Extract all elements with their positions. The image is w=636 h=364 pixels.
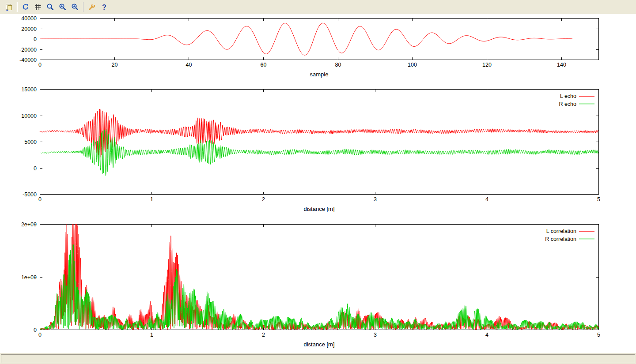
y-tick-label: 1e+09 [21, 274, 37, 281]
help-icon: ? [100, 3, 108, 11]
x-tick-label: 4 [485, 196, 488, 203]
grid-toggle-button[interactable] [32, 1, 44, 13]
legend-label: L echo [560, 93, 576, 99]
plot-border [40, 90, 599, 195]
status-text [1, 354, 635, 363]
x-tick-label: 1 [150, 196, 153, 203]
legend-label: R correlation [545, 236, 576, 242]
help-icon-text: ? [102, 3, 106, 11]
x-tick-label: 20 [112, 62, 118, 68]
x-tick-label: 40 [186, 62, 192, 68]
toolbar-separator [17, 2, 18, 12]
x-axis-label: distance [m] [303, 341, 334, 348]
x-tick-label: 0 [38, 196, 42, 203]
replot-button[interactable] [19, 1, 32, 13]
plot-area: 020406080100120140-40000-200000200004000… [0, 14, 636, 353]
chart-correlation[interactable]: 01234501e+092e+09L correlationR correlat… [0, 221, 636, 353]
x-tick-label: 5 [597, 196, 600, 203]
legend-label: R echo [559, 101, 576, 107]
y-tick-label: 10000 [21, 113, 37, 119]
x-tick-label: 5 [597, 332, 600, 338]
toolbar: ? [0, 0, 636, 14]
y-tick-label: 20000 [21, 26, 37, 32]
zoom-previous-icon [59, 3, 67, 11]
x-tick-label: 2 [262, 196, 265, 203]
x-tick-label: 0 [38, 62, 42, 68]
x-tick-label: 4 [485, 332, 488, 338]
replot-icon [22, 3, 30, 11]
x-tick-label: 140 [557, 62, 566, 68]
x-tick-label: 100 [408, 62, 417, 68]
zoom-icon [46, 3, 54, 11]
zoom-previous-button[interactable] [57, 1, 69, 13]
y-tick-label: -20000 [19, 47, 37, 53]
y-tick-label: -40000 [19, 57, 37, 63]
plot-border [40, 225, 599, 330]
help-button[interactable]: ? [98, 1, 110, 13]
plot-window: ? 020406080100120140-40000-2000002000040… [0, 0, 636, 364]
status-bar [0, 353, 636, 364]
x-tick-label: 2 [262, 332, 265, 338]
x-tick-label: 60 [261, 62, 267, 68]
legend-label: L correlation [546, 228, 576, 234]
y-tick-label: 40000 [21, 15, 37, 22]
x-axis-label: distance [m] [303, 206, 334, 212]
grid-icon [34, 3, 42, 11]
chart-signal[interactable]: 020406080100120140-40000-200000200004000… [0, 14, 636, 82]
x-tick-label: 3 [374, 332, 377, 338]
chart-echo[interactable]: 012345-5000050001000015000L echoR echodi… [0, 82, 636, 221]
chart-canvas-1: 012345-5000050001000015000L echoR echodi… [0, 82, 636, 221]
y-tick-label: 0 [34, 36, 37, 42]
x-axis-label: sample [310, 71, 329, 78]
zoom-next-icon [71, 3, 79, 11]
y-tick-label: 5000 [24, 139, 37, 145]
x-tick-label: 3 [374, 196, 377, 203]
configure-button[interactable] [86, 1, 98, 13]
chart-canvas-2: 01234501e+092e+09L correlationR correlat… [0, 221, 636, 353]
toolbar-separator [83, 2, 84, 12]
chart-canvas-0: 020406080100120140-40000-200000200004000… [0, 14, 636, 82]
zoom-next-button[interactable] [69, 1, 81, 13]
copy-button[interactable] [3, 1, 15, 13]
y-tick-label: 15000 [21, 86, 37, 93]
y-tick-label: 0 [34, 165, 37, 172]
x-tick-label: 0 [38, 332, 42, 338]
y-tick-label: 0 [34, 327, 37, 333]
y-tick-label: 2e+09 [21, 221, 37, 228]
y-tick-label: -5000 [23, 191, 37, 198]
copy-to-clipboard-icon [5, 3, 13, 11]
x-tick-label: 1 [150, 332, 153, 338]
wrench-icon [88, 3, 96, 11]
x-tick-label: 120 [482, 62, 492, 68]
x-tick-label: 80 [335, 62, 341, 68]
zoom-button[interactable] [44, 1, 57, 13]
